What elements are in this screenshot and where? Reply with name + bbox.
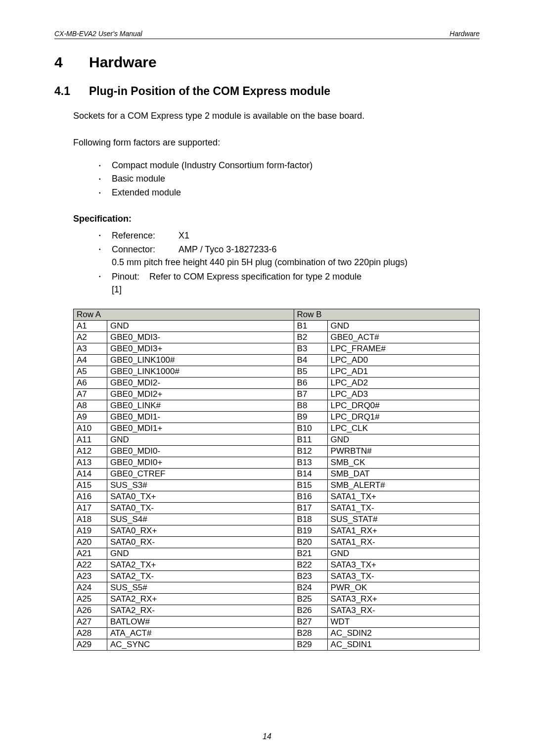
signal-cell: SATA1_TX+ [327,491,479,502]
pin-cell: B6 [294,377,327,388]
signal-cell: LPC_FRAME# [327,343,479,354]
pin-cell: A18 [74,514,107,525]
pin-cell: A4 [74,354,107,366]
pin-cell: A21 [74,548,107,559]
signal-cell: SATA3_RX+ [327,593,479,605]
signal-cell: LPC_AD3 [327,388,479,400]
signal-cell: SATA2_TX+ [107,559,294,570]
table-row: A11GNDB11GND [74,434,480,445]
signal-cell: GBE0_ACT# [327,331,479,343]
signal-cell: GBE0_MDI1- [107,411,294,423]
signal-cell: BATLOW# [107,616,294,627]
pin-cell: B5 [294,366,327,377]
pin-cell: A26 [74,605,107,616]
signal-cell: LPC_DRQ0# [327,400,479,411]
signal-cell: GBE0_LINK1000# [107,366,294,377]
pin-cell: B23 [294,570,327,582]
table-row: A4GBE0_LINK100#B4LPC_AD0 [74,354,480,366]
pin-cell: A23 [74,570,107,582]
signal-cell: SUS_S4# [107,514,294,525]
heading-2-title: Plug-in Position of the COM Express modu… [89,85,330,97]
pin-cell: B13 [294,457,327,468]
spec-value: Refer to COM Express specification for t… [149,272,361,282]
signal-cell: PWR_OK [327,582,479,593]
signal-cell: SATA0_TX- [107,502,294,514]
signal-cell: LPC_AD0 [327,354,479,366]
pin-cell: B21 [294,548,327,559]
pin-cell: A9 [74,411,107,423]
table-row: A21GNDB21GND [74,548,480,559]
signal-cell: GND [107,548,294,559]
pin-cell: A24 [74,582,107,593]
signal-cell: GBE0_MDI3- [107,331,294,343]
table-row: A6GBE0_MDI2-B6LPC_AD2 [74,377,480,388]
table-row: A9GBE0_MDI1-B9LPC_DRQ1# [74,411,480,423]
spec-pinout: Pinout: Refer to COM Express specificati… [99,270,480,296]
pin-cell: B24 [294,582,327,593]
table-row: A7GBE0_MDI2+B7LPC_AD3 [74,388,480,400]
specification-list: Reference:X1 Connector:AMP / Tyco 3-1827… [99,229,480,295]
heading-1-number: 4 [54,54,89,71]
pin-cell: A2 [74,331,107,343]
pin-cell: A11 [74,434,107,445]
signal-cell: SATA1_RX- [327,536,479,548]
pin-cell: B1 [294,320,327,331]
pin-cell: A1 [74,320,107,331]
table-row: A23SATA2_TX-B23SATA3_TX- [74,570,480,582]
pin-cell: A19 [74,525,107,536]
table-row: A20SATA0_RX-B20SATA1_RX- [74,536,480,548]
table-row: A29AC_SYNCB29AC_SDIN1 [74,639,480,650]
page-header: CX-MB-EVA2 User's Manual Hardware [54,30,480,39]
table-header-b: Row B [294,309,479,320]
pin-cell: B15 [294,479,327,491]
pin-cell: A27 [74,616,107,627]
page-number: 14 [263,732,271,741]
signal-cell: GND [327,320,479,331]
signal-cell: GBE0_MDI1+ [107,423,294,434]
pin-cell: A10 [74,423,107,434]
spec-value: AMP / Tyco 3-1827233-6 [178,244,276,254]
pin-cell: A8 [74,400,107,411]
table-row: A26SATA2_RX-B26SATA3_RX- [74,605,480,616]
signal-cell: GBE0_LINK# [107,400,294,411]
signal-cell: SUS_STAT# [327,514,479,525]
pin-cell: A28 [74,627,107,639]
pin-cell: B22 [294,559,327,570]
table-row: A25SATA2_RX+B25SATA3_RX+ [74,593,480,605]
pin-cell: B20 [294,536,327,548]
pin-cell: B29 [294,639,327,650]
table-row: A13GBE0_MDI0+B13SMB_CK [74,457,480,468]
pin-cell: A13 [74,457,107,468]
signal-cell: GBE0_MDI2- [107,377,294,388]
signal-cell: WDT [327,616,479,627]
table-row: A15SUS_S3#B15SMB_ALERT# [74,479,480,491]
paragraph-sockets: Sockets for a COM Express type 2 module … [73,110,480,122]
pin-cell: A3 [74,343,107,354]
spec-label: Reference: [112,229,178,242]
table-row: A14GBE0_CTREFB14SMB_DAT [74,468,480,479]
heading-2: 4.1Plug-in Position of the COM Express m… [54,85,480,98]
signal-cell: GBE0_MDI0+ [107,457,294,468]
list-item: Extended module [99,186,480,200]
pin-cell: B16 [294,491,327,502]
table-row: A22SATA2_TX+B22SATA3_TX+ [74,559,480,570]
pin-cell: B4 [294,354,327,366]
table-row: A12GBE0_MDI0-B12PWRBTN# [74,445,480,457]
pin-cell: B12 [294,445,327,457]
page-footer: 14 [0,732,534,741]
signal-cell: SMB_DAT [327,468,479,479]
signal-cell: SATA1_RX+ [327,525,479,536]
pin-cell: B14 [294,468,327,479]
heading-1: 4Hardware [54,54,480,71]
signal-cell: SATA2_RX+ [107,593,294,605]
pin-cell: A17 [74,502,107,514]
table-row: A27BATLOW#B27WDT [74,616,480,627]
list-item: Compact module (Industry Consortium form… [99,159,480,173]
table-row: A3GBE0_MDI3+B3LPC_FRAME# [74,343,480,354]
signal-cell: SATA2_TX- [107,570,294,582]
pin-cell: A25 [74,593,107,605]
signal-cell: PWRBTN# [327,445,479,457]
signal-cell: SATA0_TX+ [107,491,294,502]
pin-cell: A20 [74,536,107,548]
signal-cell: AC_SDIN1 [327,639,479,650]
